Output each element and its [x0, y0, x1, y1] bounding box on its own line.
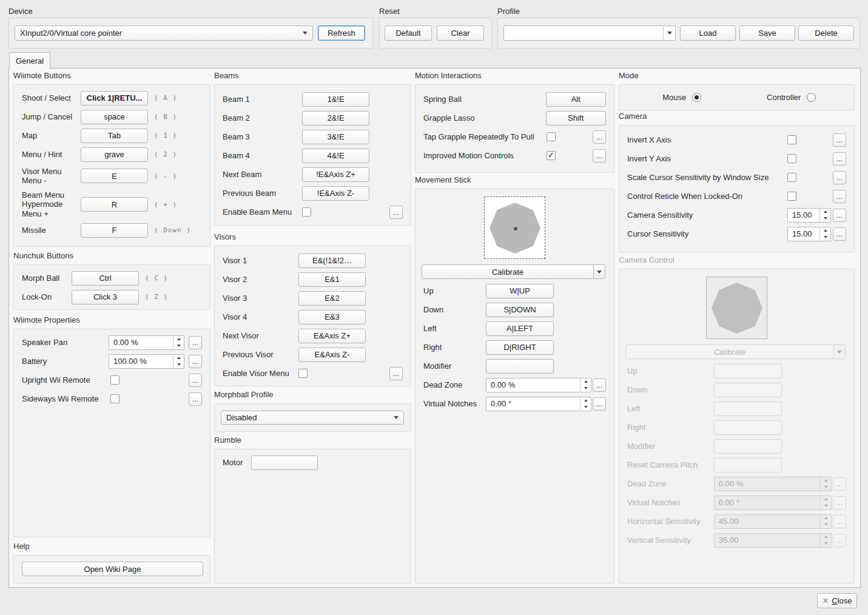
- spin-down-icon[interactable]: [820, 215, 830, 222]
- mapping-row: Beam 3 3&!E: [223, 127, 403, 146]
- mapping-button-spring-ball[interactable]: Alt: [546, 92, 606, 107]
- advanced-button[interactable]: ...: [833, 133, 846, 147]
- spin-up-icon[interactable]: [173, 355, 184, 361]
- dead-zone-spinbox[interactable]: 0.00 %: [486, 378, 591, 392]
- row-label: Modifier: [627, 442, 714, 451]
- spin-down-icon[interactable]: [580, 404, 591, 411]
- delete-button[interactable]: Delete: [798, 25, 854, 41]
- cursor-sensitivity-spinbox[interactable]: 15.00: [787, 227, 831, 241]
- mapping-button-next-visor[interactable]: E&Axis Z+: [298, 329, 366, 343]
- mapping-button-beam-2[interactable]: 2&!E: [302, 111, 369, 126]
- mapping-button-beam-menu[interactable]: R: [81, 197, 148, 212]
- spin-up-icon[interactable]: [580, 378, 591, 385]
- mapping-button-visor-1[interactable]: E&(!1&!2…: [298, 254, 366, 268]
- camera-sensitivity-spinbox[interactable]: 15.00: [787, 208, 831, 223]
- advanced-button[interactable]: ...: [833, 209, 846, 222]
- mode-controller-option[interactable]: Controller: [737, 93, 847, 102]
- mapping-button-stick-modifier[interactable]: [486, 359, 554, 374]
- mapping-button-beam-4[interactable]: 4&!E: [302, 149, 369, 163]
- tab-general[interactable]: General: [9, 52, 50, 69]
- clear-button[interactable]: Clear: [437, 25, 484, 41]
- close-button[interactable]: ✕ Close: [817, 593, 857, 608]
- scale-cursor-sensitivity-checkbox[interactable]: [787, 173, 796, 182]
- spin-up-icon[interactable]: [173, 336, 184, 343]
- speaker-pan-spinbox[interactable]: 0.00 %: [109, 335, 184, 350]
- mapping-button-grapple-lasso[interactable]: Shift: [546, 111, 606, 126]
- calibrate-dropdown-arrow[interactable]: [593, 265, 605, 278]
- mapping-button-jump-cancel[interactable]: space: [81, 110, 148, 124]
- enable-visor-menu-checkbox[interactable]: [298, 369, 308, 378]
- mapping-button-next-beam[interactable]: !E&Axis Z+: [302, 167, 369, 182]
- advanced-button[interactable]: ...: [833, 190, 846, 203]
- invert-x-axis-checkbox[interactable]: [787, 135, 796, 144]
- spin-down-icon[interactable]: [173, 343, 184, 349]
- mapping-button-morph-ball[interactable]: Ctrl: [72, 271, 139, 286]
- advanced-button[interactable]: ...: [593, 397, 606, 411]
- mode-mouse-option[interactable]: Mouse: [627, 93, 737, 102]
- advanced-button[interactable]: ...: [189, 392, 202, 406]
- morphball-profile-combobox[interactable]: Disabled: [221, 411, 404, 425]
- spin-down-icon[interactable]: [820, 234, 830, 241]
- group-title: Mode: [619, 71, 855, 81]
- virtual-notches-spinbox[interactable]: 0.00 °: [486, 397, 591, 411]
- spin-value: 15.00: [788, 209, 819, 222]
- advanced-button[interactable]: ...: [833, 171, 846, 184]
- mapping-row: Visor 1 E&(!1&!2…: [223, 251, 403, 270]
- mapping-button-menu-hint[interactable]: grave: [81, 147, 148, 162]
- mapping-button-previous-visor[interactable]: E&Axis Z-: [298, 348, 366, 362]
- profile-combobox[interactable]: [503, 25, 676, 41]
- mapping-button-map[interactable]: Tab: [81, 129, 148, 143]
- mapping-button-visor-3[interactable]: E&2: [298, 291, 366, 306]
- spin-down-icon[interactable]: [580, 385, 591, 392]
- improved-motion-controls-checkbox[interactable]: [547, 151, 556, 160]
- mapping-row: Up W|UP: [423, 281, 606, 300]
- tap-grapple-checkbox[interactable]: [547, 132, 556, 141]
- spin-up-icon[interactable]: [820, 227, 830, 234]
- advanced-button: ...: [833, 496, 846, 509]
- advanced-button[interactable]: ...: [189, 374, 202, 387]
- mapping-button-stick-down[interactable]: S|DOWN: [486, 303, 554, 317]
- advanced-button[interactable]: ...: [593, 149, 606, 163]
- profile-combobox-arrow[interactable]: [663, 26, 675, 40]
- spin-down-icon[interactable]: [173, 361, 184, 368]
- mapping-button-visor-2[interactable]: E&1: [298, 272, 366, 287]
- spin-up-icon[interactable]: [820, 209, 830, 215]
- mapping-button-visor-menu[interactable]: E: [81, 169, 148, 183]
- control-reticle-checkbox[interactable]: [787, 192, 796, 201]
- mapping-button-motor[interactable]: [251, 455, 318, 470]
- mapping-button-beam-1[interactable]: 1&!E: [302, 92, 369, 107]
- advanced-button[interactable]: ...: [389, 206, 403, 219]
- mapping-button-stick-up[interactable]: W|UP: [486, 284, 554, 298]
- device-combobox[interactable]: XInput2/0/Virtual core pointer: [15, 25, 313, 41]
- mapping-button-stick-left[interactable]: A|LEFT: [486, 321, 554, 336]
- advanced-button[interactable]: ...: [189, 336, 202, 349]
- mapping-button-shoot-select[interactable]: Click 1|RETU...: [81, 91, 148, 106]
- profile-combobox-value: [504, 26, 663, 40]
- upright-wii-remote-checkbox[interactable]: [110, 375, 119, 385]
- battery-spinbox[interactable]: 100.00 %: [109, 354, 184, 369]
- mapping-button-visor-4[interactable]: E&3: [298, 310, 366, 324]
- controller-radio[interactable]: [807, 93, 816, 102]
- advanced-button[interactable]: ...: [189, 355, 202, 368]
- mouse-radio[interactable]: [692, 93, 701, 102]
- invert-y-axis-checkbox[interactable]: [787, 154, 796, 163]
- mapping-button-beam-3[interactable]: 3&!E: [302, 130, 369, 144]
- refresh-button[interactable]: Refresh: [318, 25, 365, 41]
- mapping-button-lock-on[interactable]: Click 3: [72, 290, 139, 304]
- save-button[interactable]: Save: [739, 25, 795, 41]
- advanced-button[interactable]: ...: [593, 378, 606, 392]
- mapping-button-missile[interactable]: F: [81, 223, 148, 238]
- advanced-button[interactable]: ...: [833, 152, 846, 166]
- mapping-button-previous-beam[interactable]: !E&Axis Z-: [302, 186, 369, 201]
- default-button[interactable]: Default: [385, 25, 432, 41]
- advanced-button[interactable]: ...: [389, 367, 403, 380]
- mapping-button-stick-right[interactable]: D|RIGHT: [486, 340, 554, 355]
- spin-up-icon[interactable]: [580, 397, 591, 404]
- advanced-button[interactable]: ...: [833, 227, 846, 241]
- open-wiki-page-button[interactable]: Open Wiki Page: [22, 562, 203, 576]
- enable-beam-menu-checkbox[interactable]: [302, 207, 311, 217]
- advanced-button[interactable]: ...: [593, 130, 606, 144]
- load-button[interactable]: Load: [680, 25, 736, 41]
- calibrate-button[interactable]: Calibrate: [422, 264, 605, 279]
- sideways-wii-remote-checkbox[interactable]: [110, 394, 119, 403]
